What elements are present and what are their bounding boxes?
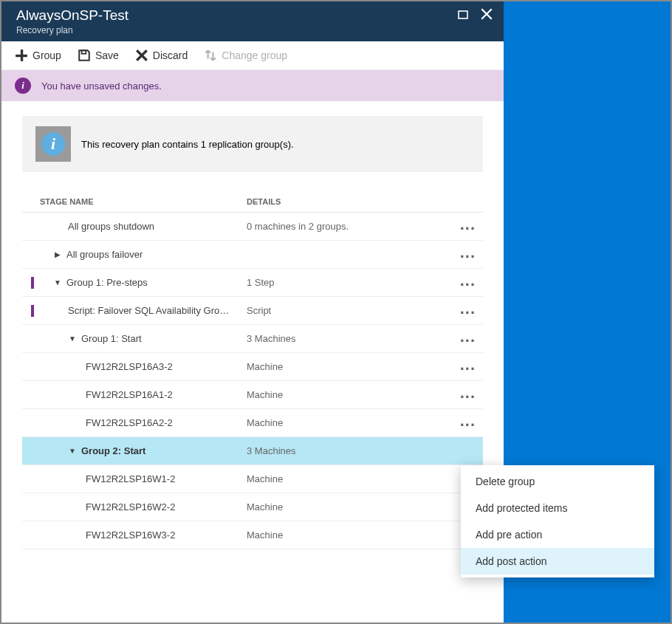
chevron-down-icon[interactable]: ▼ [68, 335, 77, 343]
info-box-text: This recovery plan contains 1 replicatio… [81, 139, 294, 150]
row-name: Script: Failover SQL Availability Gro… [68, 305, 229, 316]
header-text: AlwaysOnSP-Test Recovery plan [16, 7, 128, 35]
row-details: Machine [247, 389, 453, 400]
row-name: FW12R2LSP16W2-2 [86, 501, 175, 512]
unsaved-changes-banner: i You have unsaved changes. [1, 70, 504, 101]
table-row[interactable]: FW12R2LSP16A3-2Machine... [22, 353, 483, 381]
context-menu-item[interactable]: Add post action [461, 548, 654, 575]
banner-text: You have unsaved changes. [41, 80, 162, 92]
content-area: i This recovery plan contains 1 replicat… [1, 101, 504, 623]
header-controls [458, 7, 493, 23]
row-name: FW12R2LSP16W3-2 [86, 529, 175, 541]
more-actions-icon[interactable]: ... [460, 383, 476, 402]
row-details: Machine [247, 529, 453, 541]
info-box-icon-bg: i [35, 126, 71, 162]
row-details: 3 Machines [247, 445, 453, 456]
rows-container: All groups shutdown0 machines in 2 group… [22, 213, 483, 549]
info-icon: i [41, 132, 65, 156]
panel-header: AlwaysOnSP-Test Recovery plan [1, 1, 504, 41]
group-marker [31, 277, 34, 289]
info-icon: i [15, 78, 31, 94]
more-actions-icon[interactable]: ... [460, 411, 476, 430]
group-button[interactable]: Group [15, 49, 61, 62]
table-row[interactable]: ▼Group 1: Pre-steps1 Step... [22, 269, 483, 297]
swap-icon [204, 49, 217, 62]
more-actions-icon[interactable]: ... [460, 271, 476, 289]
row-details: 0 machines in 2 groups. [247, 221, 453, 232]
replication-info-box: i This recovery plan contains 1 replicat… [22, 116, 483, 172]
more-actions-icon[interactable]: ... [460, 215, 476, 233]
close-icon[interactable] [480, 7, 493, 23]
row-details: Machine [247, 417, 453, 428]
save-icon [78, 49, 91, 62]
row-name: FW12R2LSP16A3-2 [86, 361, 173, 372]
more-actions-icon[interactable]: ... [460, 243, 476, 261]
row-details: 1 Step [247, 277, 453, 288]
discard-button[interactable]: Discard [135, 49, 188, 62]
svg-rect-4 [16, 55, 27, 57]
svg-rect-5 [82, 50, 86, 54]
table-row[interactable]: FW12R2LSP16A1-2Machine... [22, 381, 483, 409]
table-row[interactable]: FW12R2LSP16W1-2Machine... [22, 465, 483, 493]
row-details: 3 Machines [247, 333, 453, 344]
table-row[interactable]: FW12R2LSP16A2-2Machine... [22, 409, 483, 437]
chevron-down-icon[interactable]: ▼ [68, 447, 77, 455]
more-actions-icon[interactable]: ... [460, 327, 476, 346]
more-actions-icon[interactable]: ... [460, 299, 476, 318]
table-row[interactable]: ▼Group 1: Start3 Machines... [22, 325, 483, 353]
row-name: FW12R2LSP16W1-2 [86, 473, 175, 484]
col-header-details: DETAILS [247, 197, 453, 206]
table-header: STAGE NAME DETAILS [22, 197, 483, 213]
chevron-down-icon[interactable]: ▼ [53, 278, 62, 287]
row-name: All groups failover [66, 249, 143, 260]
restore-window-icon[interactable] [458, 8, 470, 22]
chevron-right-icon[interactable]: ▶ [53, 250, 62, 258]
context-menu-item[interactable]: Add protected items [461, 495, 654, 521]
row-name: FW12R2LSP16A1-2 [86, 389, 173, 400]
row-details: Machine [247, 501, 453, 512]
toolbar: Group Save Discard Change group [1, 41, 504, 70]
table-row[interactable]: FW12R2LSP16W3-2Machine... [22, 521, 483, 549]
row-details: Script [247, 305, 453, 316]
group-marker [31, 305, 34, 317]
col-header-name: STAGE NAME [40, 197, 247, 206]
context-menu[interactable]: Delete groupAdd protected itemsAdd pre a… [461, 465, 654, 577]
discard-icon [135, 49, 148, 62]
row-name: All groups shutdown [68, 221, 154, 232]
context-menu-item[interactable]: Delete group [461, 468, 654, 495]
row-name: Group 2: Start [81, 445, 145, 456]
context-menu-item[interactable]: Add pre action [461, 521, 654, 548]
table-row[interactable]: ▼Group 2: Start3 Machines [22, 437, 483, 465]
discard-button-label: Discard [153, 49, 188, 61]
row-name: Group 1: Pre-steps [66, 277, 148, 288]
row-details: Machine [247, 361, 453, 372]
table-row[interactable]: FW12R2LSP16W2-2Machine... [22, 493, 483, 521]
more-actions-icon[interactable]: ... [460, 355, 476, 374]
plus-icon [15, 49, 28, 62]
svg-rect-0 [459, 11, 467, 18]
row-details: Machine [247, 473, 453, 484]
panel-subtitle: Recovery plan [16, 25, 128, 35]
change-group-button: Change group [204, 49, 287, 62]
table-row[interactable]: ▶All groups failover... [22, 241, 483, 269]
panel-title: AlwaysOnSP-Test [16, 7, 128, 24]
save-button[interactable]: Save [78, 49, 119, 62]
row-name: FW12R2LSP16A2-2 [86, 417, 173, 428]
change-group-label: Change group [222, 49, 287, 61]
row-name: Group 1: Start [81, 333, 142, 344]
recovery-plan-panel: AlwaysOnSP-Test Recovery plan Group Save… [1, 1, 504, 623]
table-row[interactable]: Script: Failover SQL Availability Gro…Sc… [22, 297, 483, 325]
group-button-label: Group [32, 49, 61, 61]
table-row[interactable]: All groups shutdown0 machines in 2 group… [22, 213, 483, 241]
save-button-label: Save [95, 49, 119, 61]
